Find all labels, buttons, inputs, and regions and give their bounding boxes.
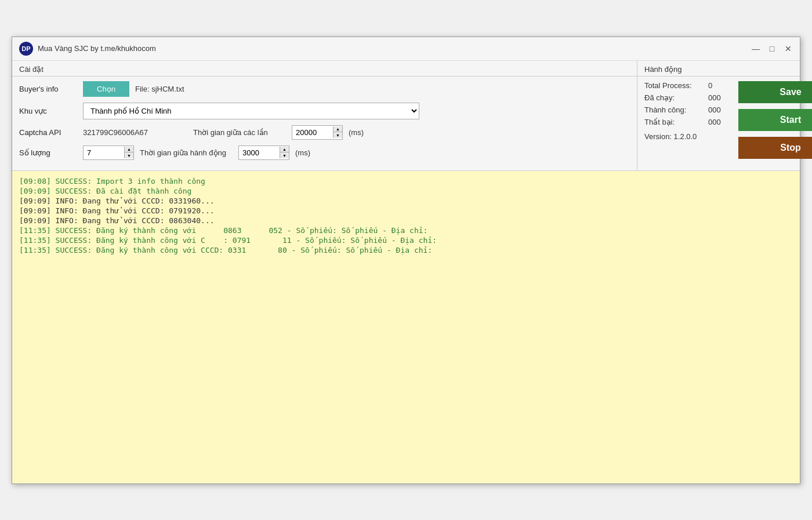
that-bai-value: 000 bbox=[708, 118, 731, 126]
log-line: [09:09] INFO: Đang thử với CCCD: 0791920… bbox=[19, 206, 793, 215]
thoi-gian-label: Thời gian giữa các lần bbox=[193, 128, 286, 137]
right-panel: Total Process: 0 Đã chạy: 000 Thành công… bbox=[637, 77, 800, 170]
da-chay-value: 000 bbox=[708, 93, 731, 102]
left-section-header: Cài đặt bbox=[12, 61, 637, 76]
captcha-value: 321799C96006A67 bbox=[83, 128, 187, 137]
hanh-dong-down[interactable]: ▼ bbox=[280, 152, 289, 158]
captcha-row: Captcha API 321799C96006A67 Thời gian gi… bbox=[19, 125, 630, 140]
thoi-gian-spinner-buttons: ▲ ▼ bbox=[333, 126, 342, 138]
da-chay-label: Đã chạy: bbox=[644, 93, 708, 102]
total-process-value: 0 bbox=[708, 81, 731, 90]
hanh-dong-title: Hành động bbox=[644, 65, 682, 74]
hanh-dong-spinner: ▲ ▼ bbox=[238, 146, 289, 160]
so-luong-label: Số lượng bbox=[19, 148, 77, 157]
buyers-info-label: Buyer's info bbox=[19, 85, 77, 93]
thoi-gian-down[interactable]: ▼ bbox=[333, 132, 342, 138]
window-title: Mua Vàng SJC by t.me/khukhocom bbox=[38, 44, 156, 53]
save-button[interactable]: Save bbox=[738, 81, 812, 103]
left-panel: Buyer's info Chọn File: sjHCM.txt Khu vự… bbox=[12, 77, 637, 170]
main-window: DP Mua Vàng SJC by t.me/khukhocom — □ ✕ … bbox=[12, 37, 800, 484]
window-controls: — □ ✕ bbox=[751, 44, 793, 53]
stop-button[interactable]: Stop bbox=[738, 137, 812, 159]
thanh-cong-label: Thành công: bbox=[644, 106, 708, 114]
version-row: Version: 1.2.0.0 bbox=[644, 130, 731, 141]
title-bar: DP Mua Vàng SJC by t.me/khukhocom — □ ✕ bbox=[12, 37, 800, 61]
right-inner: Total Process: 0 Đã chạy: 000 Thành công… bbox=[644, 81, 793, 162]
right-section-header: Hành động bbox=[637, 61, 800, 76]
minimize-button[interactable]: — bbox=[751, 44, 760, 53]
captcha-label: Captcha API bbox=[19, 128, 77, 137]
so-luong-input[interactable] bbox=[84, 146, 124, 159]
total-process-row: Total Process: 0 bbox=[644, 81, 731, 90]
maximize-button[interactable]: □ bbox=[767, 44, 777, 53]
thoi-gian-input[interactable] bbox=[292, 126, 333, 139]
so-luong-spinner-buttons: ▲ ▼ bbox=[124, 147, 133, 158]
log-area: [09:08] SUCCESS: Import 3 info thành côn… bbox=[12, 170, 800, 483]
thanh-cong-value: 000 bbox=[708, 106, 731, 114]
log-line: [11:35] SUCCESS: Đăng ký thành công với … bbox=[19, 246, 793, 254]
total-process-label: Total Process: bbox=[644, 81, 708, 90]
so-luong-spinner: ▲ ▼ bbox=[83, 146, 134, 160]
stats-col: Total Process: 0 Đã chạy: 000 Thành công… bbox=[644, 81, 731, 162]
so-luong-row: Số lượng ▲ ▼ Thời gian giữa hành động ▲ … bbox=[19, 146, 630, 160]
thanh-cong-row: Thành công: 000 bbox=[644, 106, 731, 114]
so-luong-up[interactable]: ▲ bbox=[124, 147, 133, 152]
action-buttons: Save Start Stop bbox=[738, 81, 812, 162]
hanh-dong-input[interactable] bbox=[239, 146, 280, 159]
version-text: Version: 1.2.0.0 bbox=[644, 132, 697, 141]
close-button[interactable]: ✕ bbox=[784, 44, 793, 53]
hanh-dong-ms: (ms) bbox=[295, 148, 310, 157]
buyers-info-row: Buyer's info Chọn File: sjHCM.txt bbox=[19, 81, 630, 97]
title-bar-left: DP Mua Vàng SJC by t.me/khukhocom bbox=[19, 42, 156, 56]
hanh-dong-spinner-buttons: ▲ ▼ bbox=[280, 147, 289, 158]
khu-vuc-select[interactable]: Thành phố Hồ Chí Minh bbox=[83, 103, 419, 119]
start-button[interactable]: Start bbox=[738, 109, 812, 131]
hanh-dong-label: Thời gian giữa hành động bbox=[140, 148, 233, 157]
main-content: Buyer's info Chọn File: sjHCM.txt Khu vự… bbox=[12, 77, 800, 170]
file-info-text: File: sjHCM.txt bbox=[135, 85, 184, 93]
thoi-gian-ms: (ms) bbox=[349, 128, 364, 137]
log-line: [09:08] SUCCESS: Import 3 info thành côn… bbox=[19, 177, 793, 186]
hanh-dong-up[interactable]: ▲ bbox=[280, 147, 289, 152]
that-bai-label: Thất bại: bbox=[644, 118, 708, 126]
section-headers: Cài đặt Hành động bbox=[12, 61, 800, 77]
log-line: [11:35] SUCCESS: Đăng ký thành công với … bbox=[19, 236, 793, 245]
khu-vuc-row: Khu vực Thành phố Hồ Chí Minh bbox=[19, 103, 630, 119]
khu-vuc-label: Khu vực bbox=[19, 107, 77, 115]
chon-button[interactable]: Chọn bbox=[83, 81, 129, 97]
thoi-gian-spinner: ▲ ▼ bbox=[292, 125, 343, 140]
that-bai-row: Thất bại: 000 bbox=[644, 118, 731, 126]
so-luong-down[interactable]: ▼ bbox=[124, 152, 133, 158]
thoi-gian-up[interactable]: ▲ bbox=[333, 126, 342, 132]
cai-dat-title: Cài đặt bbox=[19, 65, 44, 74]
app-icon: DP bbox=[19, 42, 33, 56]
log-line: [09:09] SUCCESS: Đã cài đặt thành công bbox=[19, 187, 793, 195]
log-line: [09:09] INFO: Đang thử với CCCD: 0331960… bbox=[19, 197, 793, 205]
log-line: [11:35] SUCCESS: Đăng ký thành công với … bbox=[19, 226, 793, 235]
log-line: [09:09] INFO: Đang thử với CCCD: 0863040… bbox=[19, 216, 793, 225]
da-chay-row: Đã chạy: 000 bbox=[644, 93, 731, 102]
